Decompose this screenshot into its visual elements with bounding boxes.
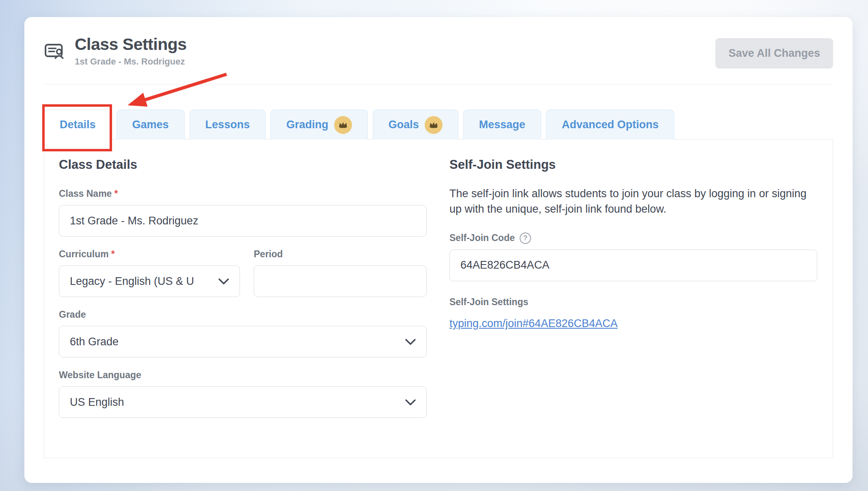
self-join-description: The self-join link allows students to jo… bbox=[449, 186, 817, 217]
self-join-link[interactable]: typing.com/join#64AE826CB4ACA bbox=[449, 317, 618, 330]
required-asterisk: * bbox=[114, 188, 118, 199]
self-join-settings-label: Self-Join Settings bbox=[449, 297, 817, 308]
grade-select[interactable]: 6th Grade bbox=[59, 326, 427, 357]
page-title: Class Settings bbox=[75, 35, 187, 54]
save-all-changes-button[interactable]: Save All Changes bbox=[715, 38, 833, 69]
period-label: Period bbox=[254, 249, 427, 260]
grade-label: Grade bbox=[59, 309, 427, 320]
header-divider bbox=[44, 84, 833, 84]
tab-label: Goals bbox=[389, 118, 419, 131]
page-subtitle: 1st Grade - Ms. Rodriguez bbox=[75, 56, 187, 67]
label-text: Self-Join Code bbox=[449, 233, 515, 243]
tab-advanced-options[interactable]: Advanced Options bbox=[546, 110, 675, 140]
details-tab-panel: Class Details Class Name* Curriculum* Le… bbox=[44, 139, 833, 458]
grade-value: 6th Grade bbox=[70, 336, 119, 348]
tab-details[interactable]: Details bbox=[44, 110, 112, 140]
period-input[interactable] bbox=[254, 265, 427, 297]
chevron-down-icon bbox=[405, 396, 416, 409]
premium-crown-icon bbox=[425, 116, 443, 134]
curriculum-label: Curriculum* bbox=[59, 249, 240, 260]
tab-label: Details bbox=[60, 118, 96, 131]
website-language-value: US English bbox=[70, 396, 124, 409]
premium-crown-icon bbox=[334, 116, 352, 134]
class-roster-icon bbox=[44, 41, 65, 62]
tab-label: Advanced Options bbox=[562, 118, 659, 131]
self-join-code-input[interactable] bbox=[449, 250, 817, 281]
tab-grading[interactable]: Grading bbox=[270, 110, 368, 140]
class-name-input[interactable] bbox=[59, 205, 427, 237]
self-join-heading: Self-Join Settings bbox=[449, 157, 817, 172]
tab-lessons[interactable]: Lessons bbox=[190, 110, 266, 140]
tab-goals[interactable]: Goals bbox=[373, 110, 458, 140]
tab-label: Grading bbox=[286, 118, 328, 131]
tab-bar: Details Games Lessons Grading Goals bbox=[44, 110, 833, 139]
curriculum-select[interactable]: Legacy - English (US & U bbox=[59, 265, 240, 297]
page-background: { "header": { "title": "Class Settings",… bbox=[0, 0, 868, 491]
chevron-down-icon bbox=[218, 275, 229, 288]
required-asterisk: * bbox=[111, 249, 115, 259]
card-header: Class Settings 1st Grade - Ms. Rodriguez… bbox=[44, 35, 833, 69]
class-settings-card: Class Settings 1st Grade - Ms. Rodriguez… bbox=[24, 17, 853, 483]
chevron-down-icon bbox=[405, 336, 416, 348]
curriculum-value: Legacy - English (US & U bbox=[70, 275, 194, 288]
tab-games[interactable]: Games bbox=[117, 110, 185, 140]
website-language-label: Website Language bbox=[59, 370, 427, 381]
label-text: Curriculum bbox=[59, 249, 109, 259]
self-join-section: Self-Join Settings The self-join link al… bbox=[449, 157, 817, 458]
tab-label: Games bbox=[132, 118, 169, 131]
tab-label: Lessons bbox=[205, 118, 250, 131]
tab-message[interactable]: Message bbox=[463, 110, 541, 140]
class-name-label: Class Name* bbox=[59, 188, 427, 199]
class-details-heading: Class Details bbox=[59, 157, 427, 172]
class-details-section: Class Details Class Name* Curriculum* Le… bbox=[59, 157, 427, 458]
help-icon[interactable]: ? bbox=[520, 233, 531, 244]
website-language-select[interactable]: US English bbox=[59, 386, 427, 418]
tab-label: Message bbox=[479, 118, 525, 131]
self-join-code-label: Self-Join Code ? bbox=[449, 233, 817, 244]
label-text: Class Name bbox=[59, 188, 112, 199]
